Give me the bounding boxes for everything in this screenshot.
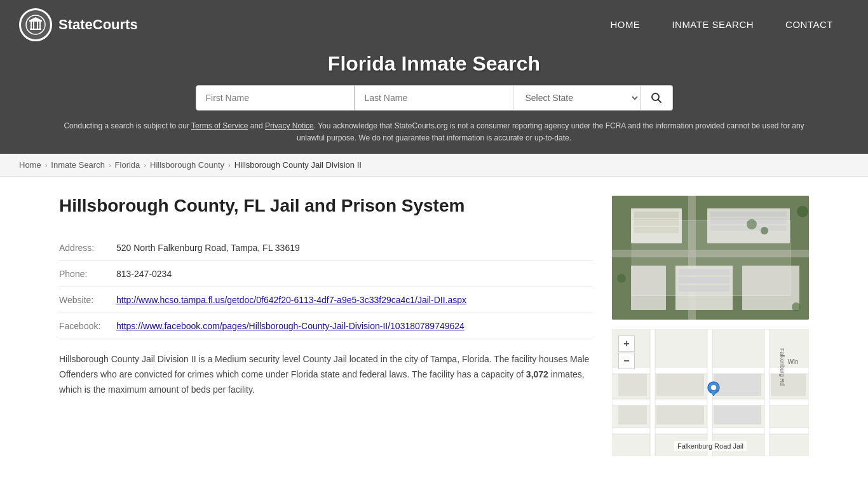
facility-image: [612, 196, 809, 320]
breadcrumb-home[interactable]: Home: [19, 160, 41, 170]
svg-rect-23: [675, 266, 733, 310]
svg-rect-12: [612, 250, 809, 257]
svg-rect-47: [714, 405, 761, 424]
content-left: Hillsborough County, FL Jail and Prison …: [59, 196, 593, 456]
svg-rect-16: [634, 219, 679, 226]
website-row: Website: http://www.hcso.tampa.fl.us/get…: [59, 287, 593, 313]
svg-rect-20: [710, 219, 787, 224]
svg-rect-45: [618, 405, 647, 424]
nav-contact[interactable]: CONTACT: [770, 13, 849, 36]
breadcrumb-sep-2: ›: [109, 161, 111, 169]
svg-rect-21: [710, 226, 787, 231]
website-link[interactable]: http://www.hcso.tampa.fl.us/getdoc/0f642…: [116, 295, 466, 305]
nav-home[interactable]: HOME: [594, 13, 656, 36]
svg-rect-4: [33, 22, 34, 29]
svg-marker-7: [29, 17, 42, 20]
breadcrumb-hillsborough[interactable]: Hillsborough County: [150, 160, 224, 170]
website-value: http://www.hcso.tampa.fl.us/getdoc/0f642…: [116, 287, 593, 313]
site-header: StateCourts HOME INMATE SEARCH CONTACT F…: [0, 0, 868, 154]
facility-aerial-svg: [612, 196, 809, 320]
svg-rect-40: [764, 329, 770, 456]
facebook-label: Facebook:: [59, 313, 116, 339]
svg-rect-17: [634, 227, 679, 233]
website-label: Website:: [59, 287, 116, 313]
svg-rect-22: [631, 266, 666, 310]
top-navigation: StateCourts HOME INMATE SEARCH CONTACT: [0, 0, 868, 49]
map-zoom-out[interactable]: −: [618, 353, 635, 369]
svg-rect-19: [710, 212, 787, 217]
facility-capacity: 3,072: [526, 369, 548, 379]
svg-rect-42: [656, 374, 704, 396]
map-zoom-in[interactable]: +: [618, 336, 635, 352]
svg-line-9: [658, 100, 661, 103]
facility-description: Hillsborough County Jail Division II is …: [59, 352, 593, 397]
svg-point-32: [792, 302, 801, 311]
svg-rect-38: [650, 329, 655, 456]
site-name: StateCourts: [58, 17, 138, 33]
svg-rect-46: [656, 405, 704, 424]
search-icon: [651, 92, 662, 104]
svg-rect-44: [771, 374, 806, 396]
main-content: Hillsborough County, FL Jail and Prison …: [21, 177, 847, 475]
svg-point-29: [761, 227, 768, 234]
address-value: 520 North Falkenburg Road, Tampa, FL 336…: [116, 235, 593, 261]
svg-rect-1: [30, 29, 41, 30]
facility-info-table: Address: 520 North Falkenburg Road, Tamp…: [59, 235, 593, 339]
breadcrumb-inmate-search[interactable]: Inmate Search: [51, 160, 105, 170]
svg-rect-43: [714, 374, 761, 396]
facebook-value: https://www.facebook.com/pages/Hillsboro…: [116, 313, 593, 339]
page-main-title: Florida Inmate Search: [0, 52, 868, 76]
breadcrumb-florida[interactable]: Florida: [115, 160, 140, 170]
logo-icon: [19, 8, 52, 41]
breadcrumb-sep-3: ›: [144, 161, 146, 169]
svg-text:Win: Win: [787, 358, 798, 365]
svg-rect-2: [29, 20, 42, 22]
last-name-input[interactable]: [355, 85, 513, 111]
svg-rect-6: [39, 22, 41, 29]
svg-point-31: [797, 206, 808, 217]
svg-rect-15: [634, 212, 679, 218]
phone-row: Phone: 813-247-0234: [59, 261, 593, 287]
facility-heading: Hillsborough County, FL Jail and Prison …: [59, 196, 593, 216]
nav-inmate-search[interactable]: INMATE SEARCH: [656, 13, 770, 36]
map-label: Falkenburg Road Jail: [674, 441, 747, 451]
map-svg: Win Falkenburg Rd: [612, 329, 809, 456]
svg-point-52: [711, 385, 716, 390]
map-inner: Win Falkenburg Rd + − Falkenburg Road Ja…: [612, 329, 809, 456]
breadcrumb-current: Hillsborough County Jail Division II: [234, 160, 362, 170]
facebook-row: Facebook: https://www.facebook.com/pages…: [59, 313, 593, 339]
nav-links: HOME INMATE SEARCH CONTACT: [594, 13, 849, 36]
svg-point-30: [617, 274, 626, 283]
privacy-link[interactable]: Privacy Notice: [265, 121, 314, 130]
address-label: Address:: [59, 235, 116, 261]
map-controls: + −: [618, 336, 635, 369]
svg-rect-24: [679, 269, 729, 275]
map-container[interactable]: Win Falkenburg Rd + − Falkenburg Road Ja…: [612, 329, 809, 456]
logo-area[interactable]: StateCourts: [19, 8, 138, 41]
svg-rect-5: [37, 22, 38, 29]
svg-rect-27: [742, 266, 799, 310]
disclaimer-text: Conducting a search is subject to our Te…: [0, 120, 868, 154]
svg-text:Falkenburg Rd: Falkenburg Rd: [779, 348, 785, 386]
breadcrumb-sep-1: ›: [45, 161, 48, 169]
phone-value: 813-247-0234: [116, 261, 593, 287]
svg-rect-3: [31, 22, 32, 29]
state-select[interactable]: Select State Florida Alabama California: [513, 85, 641, 111]
breadcrumb-sep-4: ›: [228, 161, 231, 169]
breadcrumb: Home › Inmate Search › Florida › Hillsbo…: [0, 154, 868, 177]
svg-rect-26: [679, 285, 729, 292]
svg-rect-41: [618, 374, 647, 396]
svg-rect-25: [679, 277, 729, 283]
description-part1: Hillsborough County Jail Division II is …: [59, 354, 589, 379]
facebook-link[interactable]: https://www.facebook.com/pages/Hillsboro…: [116, 321, 465, 331]
search-button[interactable]: [641, 85, 673, 111]
address-row: Address: 520 North Falkenburg Road, Tamp…: [59, 235, 593, 261]
svg-point-28: [747, 219, 757, 229]
search-bar: Select State Florida Alabama California: [0, 85, 868, 120]
header-title-area: Florida Inmate Search: [0, 49, 868, 85]
content-right: Win Falkenburg Rd + − Falkenburg Road Ja…: [612, 196, 809, 456]
facility-image-inner: [612, 196, 809, 320]
first-name-input[interactable]: [196, 85, 355, 111]
phone-label: Phone:: [59, 261, 116, 287]
terms-link[interactable]: Terms of Service: [191, 121, 248, 130]
